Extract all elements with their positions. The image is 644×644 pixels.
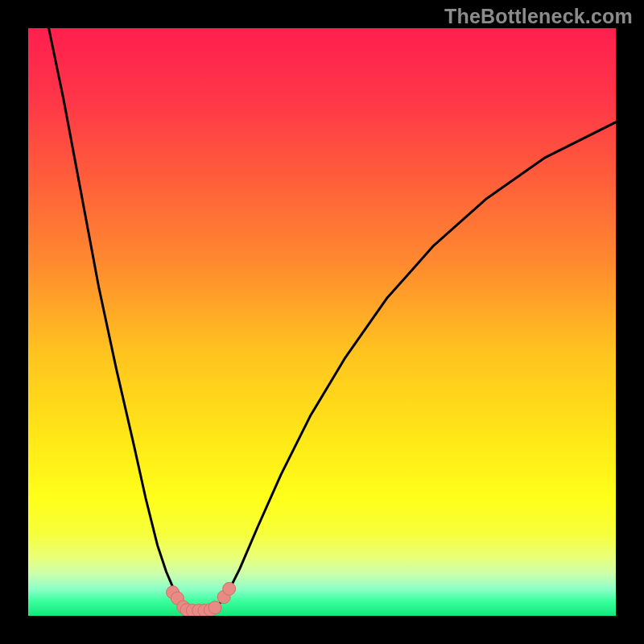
data-marker [223,582,236,595]
data-marker [208,601,221,614]
plot-area [28,28,616,616]
watermark-text: TheBottleneck.com [444,5,633,28]
gradient-background [28,28,616,616]
chart-svg [28,28,616,616]
chart-frame: TheBottleneck.com [0,0,644,644]
